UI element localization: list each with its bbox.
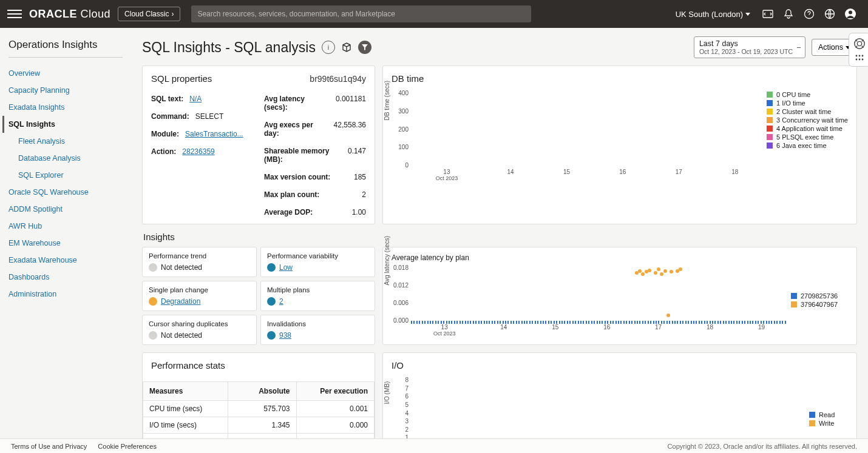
- legend-item: Write: [809, 420, 848, 427]
- sidebar-item-dashboards[interactable]: Dashboards: [8, 269, 123, 286]
- sidebar-title: Operations Insights: [8, 39, 123, 51]
- legend-item: 1 I/O time: [767, 99, 848, 107]
- latency-card: Average latency by plan Avg latency (sec…: [382, 247, 857, 345]
- dbtime-card: DB time DB time (secs) 400300200100013Oc…: [382, 65, 857, 224]
- table-row: I/O time (secs)1.3450.000: [143, 417, 375, 434]
- terms-link[interactable]: Terms of Use and Privacy: [11, 443, 87, 450]
- insight-multiple-plans: Multiple plans2: [260, 281, 375, 311]
- sidebar-item-administration[interactable]: Administration: [8, 286, 123, 303]
- copyright: Copyright © 2023, Oracle and/or its affi…: [668, 443, 857, 450]
- perf-stats-card: Performance stats MeasuresAbsolutePer ex…: [142, 352, 375, 438]
- insight-perf-trend: Performance trendNot detected: [142, 247, 257, 277]
- notifications-icon[interactable]: [782, 8, 795, 20]
- sidebar-item-em-warehouse[interactable]: EM Warehouse: [8, 235, 123, 252]
- content: SQL Insights - SQL analysis i Last 7 day…: [131, 28, 868, 438]
- sidebar-item-addm-spotlight[interactable]: ADDM Spotlight: [8, 201, 123, 218]
- legend-item: Read: [809, 411, 848, 418]
- sidebar-item-exadata-warehouse[interactable]: Exadata Warehouse: [8, 252, 123, 269]
- dev-tools-icon[interactable]: [762, 8, 774, 20]
- user-avatar-icon[interactable]: [844, 8, 856, 20]
- insights-grid: Performance trendNot detected Performanc…: [142, 247, 375, 345]
- insight-invalidations: Invalidations938: [260, 315, 375, 345]
- globe-icon[interactable]: [824, 8, 836, 20]
- dbtime-heading: DB time: [392, 73, 848, 84]
- svg-point-4: [849, 11, 852, 15]
- sidebar-item-fleet-analysis[interactable]: Fleet Analysis: [8, 133, 123, 150]
- table-row: DB time (secs)703.3920.001: [143, 434, 375, 439]
- info-icon[interactable]: i: [322, 41, 335, 54]
- cloud-classic-button[interactable]: Cloud Classic›: [118, 7, 180, 21]
- svg-point-9: [862, 55, 864, 57]
- sidebar-item-sql-explorer[interactable]: SQL Explorer: [8, 167, 123, 184]
- insight-single-plan: Single plan changeDegradation: [142, 281, 257, 311]
- footer: Terms of Use and Privacy Cookie Preferen…: [0, 438, 868, 453]
- svg-point-7: [856, 55, 858, 57]
- svg-point-11: [859, 59, 861, 61]
- legend-item: 6 Java exec time: [767, 142, 848, 149]
- oracle-logo: ORACLE Cloud: [29, 8, 110, 21]
- module-link[interactable]: SalesTransactio...: [185, 130, 243, 138]
- sidebar-item-awr-hub[interactable]: AWR Hub: [8, 218, 123, 235]
- sql-text-link[interactable]: N/A: [189, 95, 202, 103]
- legend-item: 5 PLSQL exec time: [767, 133, 848, 141]
- insight-perf-variability: Performance variabilityLow: [260, 247, 375, 277]
- insight-cursor-sharing: Cursor sharing duplicatesNot detected: [142, 315, 257, 345]
- sidebar-item-database-analysis[interactable]: Database Analysis: [8, 150, 123, 167]
- region-selector[interactable]: UK South (London): [676, 10, 750, 19]
- top-bar: ORACLE Cloud Cloud Classic› UK South (Lo…: [0, 0, 868, 28]
- io-card: I/O I/O (MB) 87654321013Oct 202314151617…: [382, 352, 857, 438]
- legend-item: 4 Application wait time: [767, 125, 848, 132]
- legend-item: 2 Cluster wait time: [767, 108, 848, 115]
- legend-item: 3 Concurrency wait time: [767, 116, 848, 124]
- legend-item: 0 CPU time: [767, 91, 848, 98]
- sidebar-item-capacity-planning[interactable]: Capacity Planning: [8, 82, 123, 99]
- perf-stats-heading: Performance stats: [143, 353, 375, 375]
- action-link[interactable]: 28236359: [182, 147, 214, 156]
- page-title: SQL Insights - SQL analysis: [142, 39, 316, 56]
- sidebar: Operations Insights OverviewCapacity Pla…: [0, 28, 131, 438]
- svg-point-10: [856, 59, 858, 61]
- sql-id: br99t6su1q94y: [310, 74, 366, 84]
- search-input[interactable]: [191, 5, 531, 22]
- sql-properties-heading: SQL properties: [151, 73, 212, 84]
- life-ring-icon: [853, 37, 866, 50]
- time-range-selector[interactable]: Last 7 days Oct 12, 2023 - Oct 19, 2023 …: [694, 36, 805, 58]
- help-icon[interactable]: [803, 8, 815, 20]
- sidebar-item-sql-insights[interactable]: SQL Insights: [2, 116, 123, 133]
- table-row: CPU time (secs)575.7030.001: [143, 401, 375, 417]
- sql-properties-card: SQL properties br99t6su1q94y SQL text: N…: [142, 65, 375, 224]
- help-floater[interactable]: [849, 33, 868, 67]
- sidebar-item-overview[interactable]: Overview: [8, 65, 123, 82]
- filter-icon[interactable]: [358, 41, 371, 54]
- svg-point-8: [859, 55, 861, 57]
- chevron-right-icon: ›: [171, 10, 174, 18]
- svg-point-12: [862, 59, 864, 61]
- svg-point-6: [857, 41, 861, 45]
- sidebar-item-oracle-sql-warehouse[interactable]: Oracle SQL Warehouse: [8, 184, 123, 201]
- io-heading: I/O: [392, 360, 848, 371]
- menu-icon[interactable]: [7, 7, 22, 21]
- insights-heading: Insights: [143, 232, 857, 242]
- cookie-link[interactable]: Cookie Preferences: [98, 443, 157, 450]
- chevron-down-icon: [745, 13, 750, 16]
- grid-dots-icon: [855, 53, 864, 62]
- legend-item: 2709825736: [791, 292, 848, 300]
- legend-item: 3796407967: [791, 301, 848, 308]
- cube-icon[interactable]: [340, 41, 353, 54]
- sidebar-item-exadata-insights[interactable]: Exadata Insights: [8, 99, 123, 116]
